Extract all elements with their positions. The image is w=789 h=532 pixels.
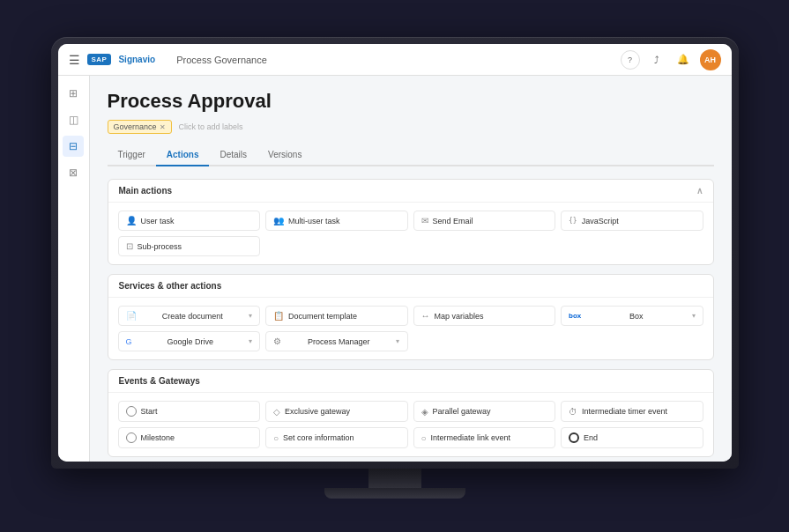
- milestone-icon: [126, 432, 137, 443]
- send-email-icon: ✉: [421, 216, 428, 225]
- intermediate-link-icon: ○: [421, 433, 427, 443]
- map-variables-item[interactable]: ↔ Map variables: [413, 306, 556, 326]
- services-header: Services & other actions: [108, 275, 713, 298]
- sidebar-icon-docs[interactable]: ⊠: [63, 162, 84, 183]
- main-actions-panel: Main actions ∧ 👤 User task 👥 Multi-user …: [108, 179, 714, 265]
- start-label: Start: [141, 407, 158, 416]
- create-doc-icon: 📄: [126, 311, 137, 321]
- sidebar-icon-grid[interactable]: ⊞: [63, 83, 84, 104]
- sub-process-item[interactable]: ⊡ Sub-process: [118, 236, 261, 256]
- events-title: Events & Gateways: [119, 376, 200, 386]
- google-drive-label: Google Drive: [167, 337, 213, 346]
- tabs-bar: Trigger Actions Details Versions: [108, 144, 714, 166]
- create-document-item[interactable]: 📄 Create document ▾: [118, 306, 261, 326]
- milestone-item[interactable]: Milestone: [118, 427, 261, 448]
- exclusive-gateway-item[interactable]: ◇ Exclusive gateway: [265, 401, 408, 422]
- main-layout: ⊞ ◫ ⊟ ⊠ Process Approval Governance ✕: [58, 76, 732, 462]
- intermediate-timer-label: Intermediate timer event: [582, 407, 667, 416]
- sap-logo: SAP: [87, 54, 112, 65]
- sub-process-label: Sub-process: [138, 242, 182, 251]
- main-actions-collapse-icon[interactable]: ∧: [696, 186, 703, 196]
- events-header: Events & Gateways: [108, 370, 713, 393]
- tab-details[interactable]: Details: [209, 144, 257, 166]
- javascript-icon: {}: [569, 217, 577, 225]
- process-manager-item[interactable]: ⚙ Process Manager ▾: [265, 331, 408, 351]
- add-label-button[interactable]: Click to add labels: [179, 122, 243, 131]
- start-icon: [126, 406, 137, 417]
- monitor-screen: ☰ SAP Signavio Process Governance ? ⤴ 🔔 …: [58, 44, 732, 462]
- box-item[interactable]: box Box ▾: [561, 306, 703, 326]
- start-item[interactable]: Start: [118, 401, 261, 422]
- google-drive-dropdown-icon: ▾: [249, 337, 252, 345]
- help-button[interactable]: ?: [621, 50, 640, 70]
- main-actions-header: Main actions ∧: [108, 180, 713, 203]
- intermediate-timer-item[interactable]: ⏱ Intermediate timer event: [561, 401, 703, 422]
- process-manager-dropdown-icon: ▾: [396, 337, 399, 345]
- page-title: Process Approval: [108, 90, 714, 113]
- notification-button[interactable]: 🔔: [674, 50, 693, 70]
- label-row: Governance ✕ Click to add labels: [108, 120, 714, 134]
- milestone-label: Milestone: [141, 433, 175, 442]
- share-button[interactable]: ⤴: [647, 50, 666, 70]
- main-actions-title: Main actions: [119, 186, 173, 196]
- topbar-left: ☰ SAP Signavio Process Governance: [69, 53, 267, 67]
- sidebar-icon-diagram[interactable]: ◫: [63, 109, 84, 130]
- events-grid: Start ◇ Exclusive gateway ◈ Parallel gat…: [108, 393, 713, 456]
- topbar-right: ? ⤴ 🔔 AH: [621, 49, 721, 70]
- topbar: ☰ SAP Signavio Process Governance ? ⤴ 🔔 …: [58, 44, 732, 76]
- monitor-stand-neck: [368, 469, 421, 488]
- exclusive-gateway-label: Exclusive gateway: [285, 407, 350, 416]
- map-vars-label: Map variables: [435, 312, 484, 321]
- tab-trigger[interactable]: Trigger: [108, 144, 156, 166]
- tag-label: Governance: [114, 122, 157, 131]
- intermediate-link-label: Intermediate link event: [431, 433, 511, 442]
- sub-process-icon: ⊡: [126, 241, 133, 251]
- map-vars-icon: ↔: [421, 311, 430, 321]
- end-item[interactable]: End: [561, 427, 703, 448]
- set-core-info-item[interactable]: ○ Set core information: [265, 427, 408, 448]
- monitor-stand-base: [324, 488, 465, 499]
- doc-template-icon: 📋: [273, 311, 284, 321]
- user-avatar[interactable]: AH: [700, 49, 721, 70]
- google-drive-item[interactable]: G Google Drive ▾: [118, 331, 261, 351]
- intermediate-timer-icon: ⏱: [569, 407, 577, 417]
- sap-text: SAP: [92, 55, 108, 63]
- box-dropdown-icon: ▾: [692, 312, 696, 320]
- multi-user-label: Multi-user task: [288, 217, 340, 225]
- exclusive-gateway-icon: ◇: [273, 407, 280, 417]
- javascript-item[interactable]: {} JavaScript: [561, 211, 703, 231]
- send-email-label: Send Email: [433, 217, 473, 225]
- process-manager-icon: ⚙: [273, 336, 281, 346]
- tab-actions[interactable]: Actions: [156, 144, 210, 166]
- parallel-gateway-item[interactable]: ◈ Parallel gateway: [413, 401, 556, 422]
- google-drive-icon: G: [126, 337, 132, 346]
- menu-icon[interactable]: ☰: [69, 53, 80, 67]
- end-label: End: [584, 433, 598, 442]
- document-template-item[interactable]: 📋 Document template: [265, 306, 408, 326]
- multi-user-task-item[interactable]: 👥 Multi-user task: [265, 211, 408, 231]
- content-area: Process Approval Governance ✕ Click to a…: [90, 76, 732, 462]
- box-icon: box: [569, 312, 581, 320]
- governance-tag[interactable]: Governance ✕: [108, 120, 172, 134]
- user-task-label: User task: [141, 217, 175, 225]
- intermediate-link-item[interactable]: ○ Intermediate link event: [413, 427, 556, 448]
- set-core-icon: ○: [273, 433, 279, 443]
- send-email-item[interactable]: ✉ Send Email: [413, 211, 556, 231]
- doc-template-label: Document template: [288, 312, 357, 321]
- process-manager-label: Process Manager: [308, 337, 370, 346]
- product-title: Process Governance: [176, 55, 267, 65]
- create-doc-label: Create document: [162, 312, 223, 321]
- tag-close-icon[interactable]: ✕: [160, 123, 166, 131]
- sidebar-icon-governance[interactable]: ⊟: [63, 136, 84, 157]
- user-task-item[interactable]: 👤 User task: [118, 211, 261, 231]
- monitor-body: ☰ SAP Signavio Process Governance ? ⤴ 🔔 …: [51, 37, 739, 469]
- monitor-container: ☰ SAP Signavio Process Governance ? ⤴ 🔔 …: [51, 37, 739, 495]
- main-actions-grid: 👤 User task 👥 Multi-user task ✉ Send Ema…: [108, 203, 713, 264]
- signavio-label: Signavio: [118, 55, 155, 64]
- box-label: Box: [629, 312, 644, 321]
- events-gateways-panel: Events & Gateways Start ◇ Exclusive gate…: [108, 369, 714, 457]
- end-icon: [569, 432, 579, 443]
- tab-versions[interactable]: Versions: [257, 144, 312, 166]
- sidebar: ⊞ ◫ ⊟ ⊠: [58, 76, 90, 462]
- services-title: Services & other actions: [119, 281, 222, 291]
